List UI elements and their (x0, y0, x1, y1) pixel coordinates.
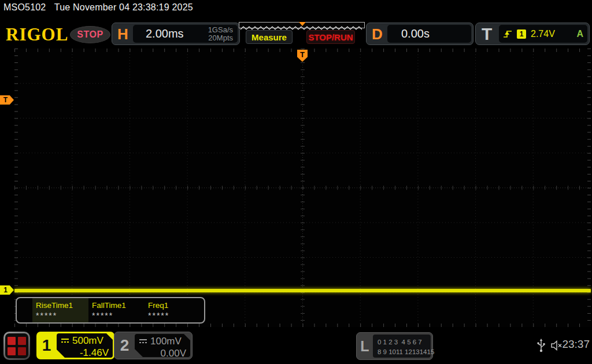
delay-value: 0.00s (401, 27, 430, 40)
usb-status-icon (536, 339, 546, 355)
quick-menu-tile (8, 347, 16, 355)
acquisition-status-badge: STOP (70, 26, 110, 43)
measurement-item-risetime[interactable]: RiseTime1 ***** (32, 298, 88, 322)
logic-channels-row1: 0 1 2 3 4 5 6 7 (378, 337, 431, 347)
trigger-panel[interactable]: T 1 2.74V A (475, 23, 590, 45)
logic-channels-row2: 8 9 1011 12131415 (378, 347, 431, 357)
quick-menu-tile (18, 337, 26, 345)
logic-analyzer-panel[interactable]: L 0 1 2 3 4 5 6 7 8 9 1011 12131415 (356, 332, 433, 360)
top-status-bar: MSO5102 Tue November 04 23:38:19 2025 (3, 2, 199, 13)
channel2-offset: 0.00V (139, 348, 186, 359)
measurement-panel-spacer (17, 298, 32, 322)
rigol-logo: RIGOL (6, 24, 68, 45)
measurement-value: ***** (148, 311, 201, 320)
timebase-value: 2.00ms (146, 27, 184, 40)
channel1-number: 1 (36, 332, 57, 359)
datetime-text: Tue November 04 23:38:19 2025 (54, 2, 193, 12)
channel2-panel[interactable]: 2 100mV 0.00V (114, 332, 193, 359)
measurement-label: Freq1 (148, 301, 201, 310)
quick-menu-tile (8, 337, 16, 345)
graticule (14, 49, 591, 327)
measure-button[interactable]: Measure (246, 30, 293, 44)
waveform-display-area[interactable] (14, 49, 591, 327)
channel1-offset: -1.46V (61, 347, 109, 359)
sample-rate-memory: 1GSa/s 20Mpts (208, 26, 233, 42)
measurement-item-freq[interactable]: Freq1 ***** (145, 298, 201, 322)
trigger-sweep-mode: A (576, 29, 583, 39)
rising-edge-trigger-icon (503, 29, 512, 38)
dc-coupling-icon (139, 339, 147, 344)
preview-trigger-position-icon[interactable] (299, 22, 306, 26)
stop-run-button[interactable]: STOP/RUN (306, 30, 355, 44)
channel1-scale: 500mV (72, 335, 103, 347)
quick-menu-tile (18, 347, 26, 355)
channel1-inset: 500mV -1.46V (57, 333, 113, 358)
model-name: MSO5102 (3, 2, 46, 12)
channel2-inset: 100mV 0.00V (135, 334, 190, 357)
trigger-source-badge: 1 (517, 29, 526, 39)
horizontal-inset: 2.00ms 1GSa/s 20Mpts (133, 25, 238, 43)
measurement-value: ***** (36, 311, 88, 320)
waveform-position-indicator[interactable] (239, 22, 365, 28)
trigger-level-value: 2.74V (531, 29, 555, 39)
oscilloscope-screen: MSO5102 Tue November 04 23:38:19 2025 RI… (0, 0, 592, 364)
logic-channels-inset: 0 1 2 3 4 5 6 7 8 9 1011 12131415 (373, 335, 431, 358)
delay-inset: 0.00s (387, 25, 471, 43)
clock: 23:37 (562, 338, 590, 351)
channel1-position-marker[interactable]: 1 (0, 285, 14, 295)
delay-panel[interactable]: D 0.00s (366, 23, 473, 45)
channel2-number: 2 (114, 332, 135, 359)
measurement-item-falltime[interactable]: FallTime1 ***** (88, 298, 145, 322)
trigger-level-marker[interactable]: T (0, 95, 14, 105)
logic-analyzer-label: L (357, 333, 373, 359)
measurement-label: FallTime1 (92, 301, 145, 310)
horizontal-label: H (117, 25, 128, 43)
quick-menu-icon (5, 333, 28, 358)
horizontal-timebase-panel[interactable]: H 2.00ms 1GSa/s 20Mpts (112, 23, 240, 45)
measurement-results-panel: RiseTime1 ***** FallTime1 ***** Freq1 **… (16, 297, 205, 324)
dc-coupling-icon (61, 338, 69, 344)
delay-label: D (372, 25, 383, 43)
trigger-label: T (482, 24, 492, 44)
memory-depth: 20Mpts (208, 34, 233, 42)
channel1-panel[interactable]: 1 500mV -1.46V (36, 332, 114, 359)
channel2-scale: 100mV (150, 336, 182, 347)
trigger-inset: 1 2.74V A (499, 25, 587, 43)
measurement-value: ***** (92, 311, 145, 320)
channel1-waveform-trace (14, 289, 591, 292)
quick-menu-button[interactable] (3, 332, 30, 360)
measurement-label: RiseTime1 (36, 301, 88, 310)
